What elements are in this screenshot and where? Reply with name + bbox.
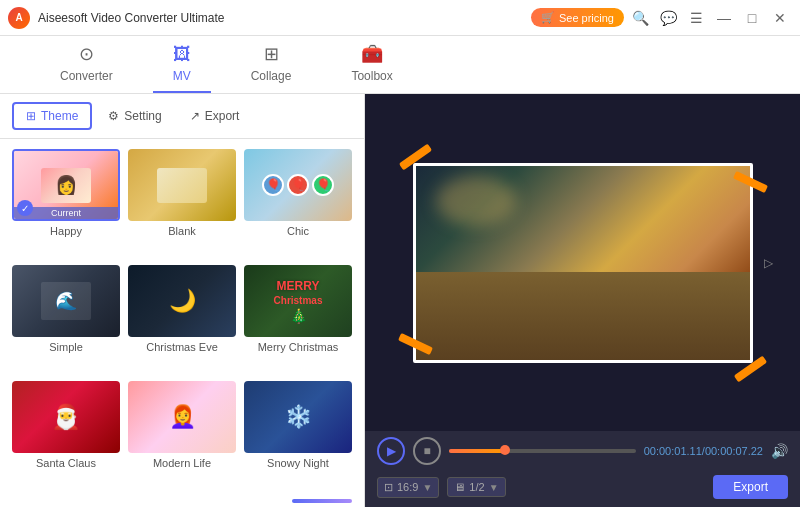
setting-icon: ⚙: [108, 109, 119, 123]
setting-subnav-button[interactable]: ⚙ Setting: [96, 104, 173, 128]
controls-bar2: ⊡ 16:9 ▼ 🖥 1/2 ▼ Export: [365, 471, 800, 507]
search-title-button[interactable]: 🔍: [628, 6, 652, 30]
volume-icon[interactable]: 🔊: [771, 443, 788, 459]
theme-item-christmas-eve[interactable]: 🌙 Christmas Eve: [128, 265, 236, 373]
left-panel: ⊞ Theme ⚙ Setting ↗ Export 👩: [0, 94, 365, 507]
chat-title-button[interactable]: 💬: [656, 6, 680, 30]
theme-label-modern-life: Modern Life: [153, 457, 211, 469]
see-pricing-button[interactable]: 🛒 See pricing: [531, 8, 624, 27]
maximize-button[interactable]: □: [740, 6, 764, 30]
content-area: ⊞ Theme ⚙ Setting ↗ Export 👩: [0, 94, 800, 507]
theme-item-merry-christmas[interactable]: MERRY Christmas 🎄 Merry Christmas: [244, 265, 352, 373]
theme-label-snowy-night: Snowy Night: [267, 457, 329, 469]
page-dropdown-icon: ▼: [489, 482, 499, 493]
theme-thumb-chic: 🎈 🎈 🎈: [244, 149, 352, 221]
theme-thumb-simple: 🌊: [12, 265, 120, 337]
progress-bar[interactable]: [449, 449, 636, 453]
app-logo: A: [8, 7, 30, 29]
app-title: Aiseesoft Video Converter Ultimate: [38, 11, 225, 25]
theme-label-simple: Simple: [49, 341, 83, 353]
theme-thumb-christmas-eve: 🌙: [128, 265, 236, 337]
toolbox-icon: 🧰: [361, 43, 383, 65]
theme-thumb-happy: 👩 Current ✓: [12, 149, 120, 221]
theme-item-snowy-night[interactable]: ❄️ Snowy Night: [244, 381, 352, 489]
theme-item-santa-claus[interactable]: 🎅 Santa Claus: [12, 381, 120, 489]
title-bar: A Aiseesoft Video Converter Ultimate 🛒 S…: [0, 0, 800, 36]
sub-nav: ⊞ Theme ⚙ Setting ↗ Export: [0, 94, 364, 139]
right-panel: ▷ ▶ ■ 00:00:01.11/00:00:07.22 🔊 ⊡ 16:9 ▼: [365, 94, 800, 507]
main-nav: ⊙ Converter 🖼 MV ⊞ Collage 🧰 Toolbox: [0, 36, 800, 94]
video-content: [416, 166, 750, 360]
title-bar-left: A Aiseesoft Video Converter Ultimate: [8, 7, 225, 29]
theme-thumb-modern-life: 👩‍🦰: [128, 381, 236, 453]
theme-grid: 👩 Current ✓ Happy: [0, 139, 364, 499]
side-arrow: ▷: [764, 256, 773, 270]
page-icon: 🖥: [454, 481, 465, 493]
menu-title-button[interactable]: ☰: [684, 6, 708, 30]
title-bar-right: 🛒 See pricing 🔍 💬 ☰ — □ ✕: [531, 6, 792, 30]
export-subnav-button[interactable]: ↗ Export: [178, 104, 252, 128]
aspect-icon: ⊡: [384, 481, 393, 494]
theme-item-blank[interactable]: Blank: [128, 149, 236, 257]
theme-item-happy[interactable]: 👩 Current ✓ Happy: [12, 149, 120, 257]
theme-label-merry-christmas: Merry Christmas: [258, 341, 339, 353]
export-button[interactable]: Export: [713, 475, 788, 499]
preview-area: ▷: [365, 94, 800, 431]
progress-fill: [449, 449, 505, 453]
stop-button[interactable]: ■: [413, 437, 441, 465]
theme-item-modern-life[interactable]: 👩‍🦰 Modern Life: [128, 381, 236, 489]
theme-label-blank: Blank: [168, 225, 196, 237]
active-check-icon: ✓: [17, 200, 33, 216]
theme-label-christmas-eve: Christmas Eve: [146, 341, 218, 353]
aspect-ratio-select[interactable]: ⊡ 16:9 ▼: [377, 477, 439, 498]
theme-label-santa-claus: Santa Claus: [36, 457, 96, 469]
tab-toolbox[interactable]: 🧰 Toolbox: [331, 35, 412, 93]
theme-thumb-snowy-night: ❄️: [244, 381, 352, 453]
theme-label-chic: Chic: [287, 225, 309, 237]
tab-converter[interactable]: ⊙ Converter: [40, 35, 133, 93]
theme-item-simple[interactable]: 🌊 Simple: [12, 265, 120, 373]
export-icon: ↗: [190, 109, 200, 123]
theme-thumb-blank: [128, 149, 236, 221]
aspect-dropdown-icon: ▼: [422, 482, 432, 493]
theme-thumb-santa-claus: 🎅: [12, 381, 120, 453]
tab-mv[interactable]: 🖼 MV: [153, 36, 211, 93]
theme-item-chic[interactable]: 🎈 🎈 🎈 Chic: [244, 149, 352, 257]
progress-thumb: [500, 445, 510, 455]
mv-icon: 🖼: [173, 44, 191, 65]
minimize-button[interactable]: —: [712, 6, 736, 30]
theme-subnav-button[interactable]: ⊞ Theme: [12, 102, 92, 130]
theme-label-happy: Happy: [50, 225, 82, 237]
page-select[interactable]: 🖥 1/2 ▼: [447, 477, 505, 497]
time-display: 00:00:01.11/00:00:07.22: [644, 445, 763, 457]
tab-collage[interactable]: ⊞ Collage: [231, 35, 312, 93]
video-frame-wrapper: ▷: [413, 163, 753, 363]
theme-grid-icon: ⊞: [26, 109, 36, 123]
converter-icon: ⊙: [79, 43, 94, 65]
theme-thumb-merry-christmas: MERRY Christmas 🎄: [244, 265, 352, 337]
play-button[interactable]: ▶: [377, 437, 405, 465]
controls-bar: ▶ ■ 00:00:01.11/00:00:07.22 🔊: [365, 431, 800, 471]
cart-icon: 🛒: [541, 11, 555, 24]
collage-icon: ⊞: [264, 43, 279, 65]
video-preview: [413, 163, 753, 363]
close-button[interactable]: ✕: [768, 6, 792, 30]
